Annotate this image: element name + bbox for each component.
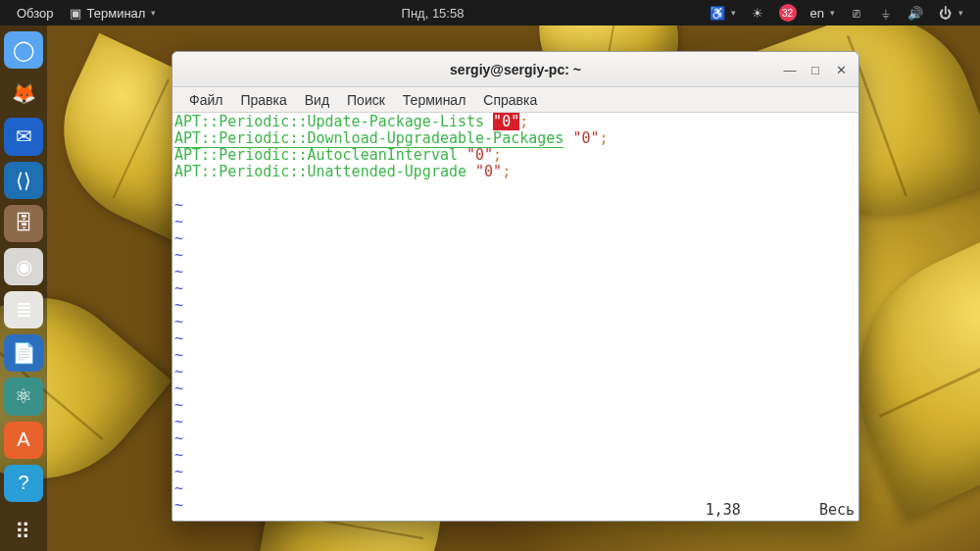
dock-atom[interactable]: ⚛ — [4, 377, 43, 415]
dock-files[interactable]: 🗄 — [4, 205, 43, 242]
update-badge: 32 — [779, 4, 797, 22]
show-apps-button[interactable]: ⠿ — [4, 514, 43, 551]
scroll-mode: Весь — [819, 502, 855, 519]
display-indicator[interactable]: ⎚ — [842, 0, 871, 25]
dock-help[interactable]: ? — [4, 465, 43, 502]
menu-файл[interactable]: Файл — [180, 90, 231, 110]
close-button[interactable]: ✕ — [829, 58, 853, 81]
terminal-window: sergiy@sergiy-pc: ~ — □ ✕ ФайлПравкаВидП… — [172, 51, 859, 522]
power-indicator[interactable]: ⏻▾ — [930, 0, 970, 25]
dock: ◯🦊✉⟨⟩🗄◉≣📄⚛A? ⠿ — [0, 25, 47, 551]
app-menu[interactable]: ▣ Терминал ▾ — [61, 0, 164, 25]
dock-libreoffice[interactable]: ≣ — [4, 291, 43, 328]
accessibility-indicator[interactable]: ♿▾ — [703, 0, 743, 25]
close-icon: ✕ — [836, 63, 847, 77]
terminal-icon: ▣ — [68, 5, 83, 21]
menu-правка[interactable]: Правка — [231, 90, 295, 110]
menubar: ФайлПравкаВидПоискТерминалСправка — [172, 87, 858, 113]
menu-вид[interactable]: Вид — [296, 90, 338, 110]
menu-справка[interactable]: Справка — [474, 90, 546, 110]
chevron-down-icon: ▾ — [151, 8, 156, 18]
volume-icon: 🔊 — [907, 5, 923, 21]
power-icon: ⏻ — [937, 5, 953, 21]
activities-button[interactable]: Обзор — [10, 0, 61, 25]
dock-firefox[interactable]: 🦊 — [4, 75, 43, 112]
window-title: sergiy@sergiy-pc: ~ — [450, 62, 581, 77]
keyboard-layout[interactable]: en▾ — [804, 0, 842, 25]
maximize-button[interactable]: □ — [804, 58, 827, 81]
volume-indicator[interactable]: 🔊 — [901, 0, 930, 25]
top-panel: Обзор ▣ Терминал ▾ Пнд, 15:58 ♿▾ ☀ 32 en… — [0, 0, 980, 25]
cursor-position: 1,38 — [706, 502, 741, 519]
dock-chromium[interactable]: ◯ — [4, 31, 43, 69]
minimize-icon: — — [784, 63, 797, 77]
menu-поиск[interactable]: Поиск — [338, 90, 394, 110]
update-indicator[interactable]: 32 — [772, 0, 804, 25]
grid-icon: ⠿ — [15, 520, 32, 545]
maximize-icon: □ — [811, 63, 819, 77]
network-indicator[interactable]: ⏚ — [871, 0, 901, 25]
accessibility-icon: ♿ — [710, 5, 725, 21]
titlebar[interactable]: sergiy@sergiy-pc: ~ — □ ✕ — [172, 52, 858, 87]
network-icon: ⏚ — [878, 5, 894, 21]
dock-writer[interactable]: 📄 — [4, 334, 43, 372]
dock-vscode[interactable]: ⟨⟩ — [4, 162, 43, 199]
clock[interactable]: Пнд, 15:58 — [395, 0, 471, 25]
vim-status: 1,38 Весь — [706, 502, 855, 519]
minimize-button[interactable]: — — [778, 58, 802, 81]
app-menu-label: Терминал — [87, 6, 146, 21]
dock-thunderbird[interactable]: ✉ — [4, 118, 43, 155]
weather-icon: ☀ — [750, 5, 765, 21]
menu-терминал[interactable]: Терминал — [394, 90, 474, 110]
weather-indicator[interactable]: ☀ — [743, 0, 772, 25]
dock-rhythmbox[interactable]: ◉ — [4, 248, 43, 285]
display-icon: ⎚ — [849, 5, 864, 21]
terminal-output[interactable]: APT::Periodic::Update-Package-Lists "0";… — [172, 113, 858, 521]
dock-software[interactable]: A — [4, 422, 43, 459]
